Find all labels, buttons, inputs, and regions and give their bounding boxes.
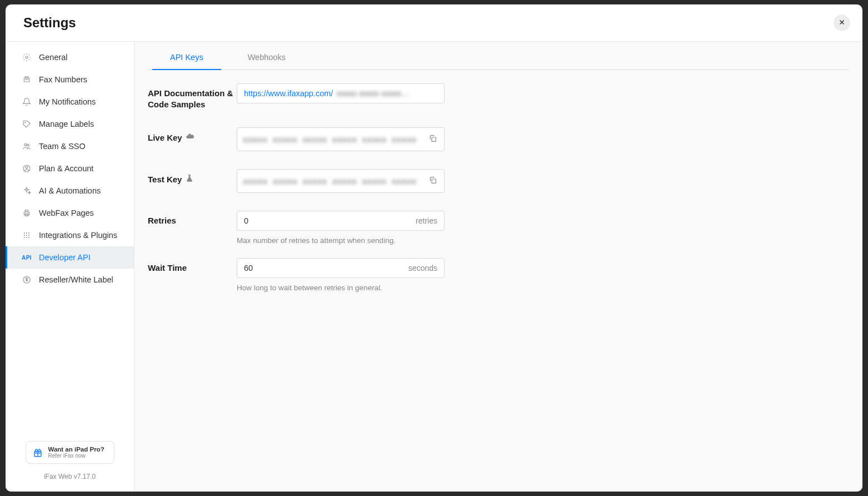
close-icon <box>838 18 846 28</box>
svg-point-4 <box>27 80 27 80</box>
svg-rect-2 <box>25 77 28 78</box>
version-text: iFax Web v7.17.0 <box>17 473 123 480</box>
copy-live-key-button[interactable] <box>427 133 438 146</box>
api-keys-form: API Documentation & Code Samples https:/… <box>148 70 849 323</box>
sidebar-item-ai[interactable]: AI & Automations <box>6 180 134 202</box>
api-icon: API <box>22 253 31 262</box>
sidebar-item-label: AI & Automations <box>39 186 101 195</box>
copy-icon <box>428 176 437 186</box>
row-wait-time: Wait Time seconds How long to wait betwe… <box>148 258 849 292</box>
copy-test-key-button[interactable] <box>427 175 438 187</box>
svg-point-14 <box>24 232 25 234</box>
sidebar-item-plan[interactable]: Plan & Account <box>6 157 134 180</box>
wait-time-field: seconds <box>237 258 445 278</box>
promo-card[interactable]: Want an iPad Pro? Refer iFax now <box>26 441 114 464</box>
sidebar-item-general[interactable]: General <box>6 46 134 68</box>
settings-modal: Settings General Fax Numbers <box>6 4 862 492</box>
sidebar-item-label: General <box>39 53 68 62</box>
live-key-label-text: Live Key <box>148 132 182 143</box>
close-button[interactable] <box>834 14 850 31</box>
sparkle-icon <box>22 186 31 195</box>
doc-link-field[interactable]: https://www.ifaxapp.com/xxxxx xxxxx xxxx… <box>237 83 445 103</box>
svg-point-0 <box>26 56 28 58</box>
doc-link-prefix: https://www.ifaxapp.com/ <box>244 89 333 98</box>
live-key-field: xxxxx xxxxx xxxxx xxxxx xxxxx xxxxx <box>237 127 445 151</box>
cloud-icon <box>186 132 194 143</box>
svg-point-8 <box>27 144 29 146</box>
tab-webhooks[interactable]: Webhooks <box>226 42 308 70</box>
grid-icon <box>22 231 31 240</box>
svg-point-19 <box>28 235 29 236</box>
sidebar-item-labels[interactable]: Manage Labels <box>6 113 134 135</box>
svg-point-18 <box>26 235 27 236</box>
svg-rect-25 <box>432 137 436 141</box>
bell-icon <box>22 97 31 106</box>
promo-subtitle: Refer iFax now <box>48 453 104 459</box>
svg-point-5 <box>28 80 28 80</box>
retries-input[interactable] <box>244 216 360 225</box>
fax-icon <box>22 75 31 84</box>
wait-time-label: Wait Time <box>148 258 237 274</box>
test-key-label: Test Key <box>148 169 237 185</box>
tab-api-keys[interactable]: API Keys <box>148 42 226 70</box>
sidebar-item-label: My Notifications <box>39 97 96 106</box>
svg-point-7 <box>24 143 27 146</box>
svg-point-22 <box>28 237 29 238</box>
sidebar-item-label: Fax Numbers <box>39 75 87 84</box>
svg-point-6 <box>25 122 26 123</box>
user-circle-icon <box>22 164 31 173</box>
svg-rect-26 <box>432 179 436 183</box>
test-key-field: xxxxx xxxxx xxxxx xxxxx xxxxx xxxxx <box>237 169 445 193</box>
svg-point-15 <box>26 232 27 234</box>
content-panel: API Keys Webhooks API Documentation & Co… <box>134 42 862 492</box>
row-test-key: Test Key xxxxx xxxxx xxxxx xxxxx xxxxx x… <box>148 169 849 193</box>
wait-time-help: How long to wait between retries in gene… <box>237 284 445 292</box>
sidebar-item-team[interactable]: Team & SSO <box>6 135 134 157</box>
sidebar-item-integrations[interactable]: Integrations & Plugins <box>6 224 134 246</box>
tag-icon <box>22 120 31 128</box>
svg-point-16 <box>28 232 29 234</box>
promo-title: Want an iPad Pro? <box>48 446 104 453</box>
test-key-label-text: Test Key <box>148 174 182 185</box>
sidebar-item-label: Plan & Account <box>39 164 93 173</box>
sidebar-item-label: Integrations & Plugins <box>39 231 117 240</box>
sidebar-item-webfax[interactable]: WebFax Pages <box>6 202 134 224</box>
sidebar-item-label: Reseller/White Label <box>39 275 113 284</box>
svg-point-10 <box>26 166 28 168</box>
sidebar-item-developer-api[interactable]: API Developer API <box>6 246 134 269</box>
retries-unit: retries <box>416 216 437 225</box>
sidebar-nav: General Fax Numbers My Notifications <box>6 46 134 433</box>
printer-icon <box>22 209 31 217</box>
sidebar-item-fax-numbers[interactable]: Fax Numbers <box>6 68 134 91</box>
copy-icon <box>428 134 437 145</box>
svg-point-20 <box>24 237 25 238</box>
sidebar-item-label: Developer API <box>39 253 91 262</box>
wait-time-unit: seconds <box>408 264 437 272</box>
sidebar-item-reseller[interactable]: Reseller/White Label <box>6 269 134 291</box>
live-key-label: Live Key <box>148 127 237 143</box>
sidebar-item-notifications[interactable]: My Notifications <box>6 91 134 113</box>
retries-field: retries <box>237 211 445 231</box>
wait-time-input[interactable] <box>244 264 360 272</box>
row-live-key: Live Key xxxxx xxxxx xxxxx xxxxx xxxxx x… <box>148 127 849 151</box>
doc-link-blurred: xxxxx xxxxx xxxxx… <box>336 89 409 98</box>
svg-rect-12 <box>25 210 28 212</box>
tabs: API Keys Webhooks <box>148 42 849 70</box>
test-key-value: xxxxx xxxxx xxxxx xxxxx xxxxx xxxxx <box>243 177 417 186</box>
sidebar: General Fax Numbers My Notifications <box>6 42 134 492</box>
dollar-circle-icon <box>22 275 31 284</box>
live-key-value: xxxxx xxxxx xxxxx xxxxx xxxxx xxxxx <box>243 135 417 144</box>
promo-text: Want an iPad Pro? Refer iFax now <box>48 446 104 459</box>
retries-help: Max number of retries to attempt when se… <box>237 236 445 245</box>
page-title: Settings <box>23 15 76 31</box>
modal-header: Settings <box>6 4 862 42</box>
svg-point-17 <box>24 235 25 236</box>
users-icon <box>22 142 31 151</box>
gift-icon <box>33 448 43 458</box>
sidebar-footer: Want an iPad Pro? Refer iFax now iFax We… <box>6 433 134 492</box>
gear-icon <box>22 53 31 62</box>
retries-label: Retries <box>148 211 237 226</box>
modal-body: General Fax Numbers My Notifications <box>6 42 862 492</box>
row-retries: Retries retries Max number of retries to… <box>148 211 849 245</box>
svg-point-21 <box>26 237 27 238</box>
